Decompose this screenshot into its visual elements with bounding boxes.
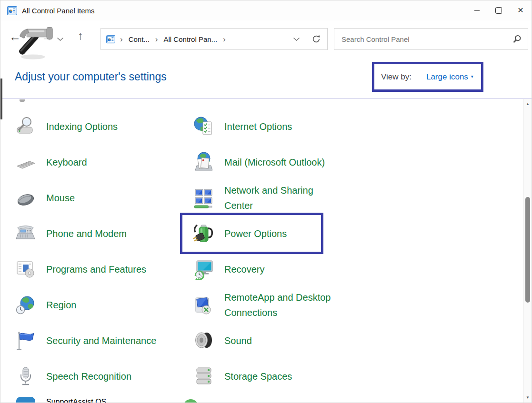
item-label: Keyboard [46, 155, 87, 170]
item-label: Region [46, 297, 76, 313]
scroll-down-button[interactable]: ▼ [524, 395, 532, 400]
item-security-and-maintenance[interactable]: Security and Maintenance [14, 323, 181, 358]
item-storage-spaces[interactable]: Storage Spaces [192, 358, 335, 394]
page-title: Adjust your computer's settings [15, 70, 167, 83]
item-label: Indexing Options [46, 119, 118, 134]
item-mail[interactable]: Mail (Microsoft Outlook) [192, 144, 335, 180]
forward-button[interactable]: → [41, 30, 53, 44]
maximize-icon [495, 7, 502, 14]
power-options-icon [192, 222, 216, 245]
chevron-down-icon [293, 37, 300, 41]
item-sound[interactable]: Sound [192, 323, 335, 358]
scroll-down-icon: ▼ [526, 395, 530, 400]
search-input[interactable] [341, 35, 512, 44]
close-button[interactable]: ✕ [510, 0, 532, 20]
refresh-button[interactable] [311, 34, 321, 44]
window-title: All Control Panel Items [22, 7, 95, 15]
breadcrumb-control-panel[interactable]: Cont... [128, 34, 151, 44]
recent-pages-button[interactable] [57, 36, 64, 43]
breadcrumb-separator-icon: › [223, 35, 226, 43]
item-label: Power Options [224, 226, 287, 241]
item-label: Security and Maintenance [46, 333, 156, 348]
item-label: Network and Sharing Center [224, 183, 335, 213]
item-power-options[interactable]: Power Options [192, 216, 335, 251]
search-box [334, 28, 528, 50]
item-label: Storage Spaces [224, 369, 292, 384]
up-button[interactable]: ↑ [78, 29, 83, 42]
item-label: Phone and Modem [46, 226, 127, 241]
item-phone-and-modem[interactable]: Phone and Modem [14, 216, 181, 251]
item-label: RemoteApp and Desktop Connections [224, 290, 335, 320]
security-and-maintenance-icon [14, 329, 38, 352]
item-internet-options[interactable]: Internet Options [192, 108, 335, 144]
item-mouse[interactable]: Mouse [14, 180, 181, 216]
address-bar[interactable]: › Cont... › All Control Pan... › [100, 28, 328, 50]
item-label: Mouse [46, 190, 75, 206]
control-panel-items-list: Indexing Options Keyboard [0, 99, 523, 403]
item-network-and-sharing-center[interactable]: Network and Sharing Center [192, 180, 335, 216]
view-by-label: View by: [381, 72, 412, 82]
supportassist-icon [14, 397, 38, 403]
item-label: Mail (Microsoft Outlook) [224, 155, 325, 170]
item-supportassist-os[interactable]: SupportAssist OS [14, 397, 106, 403]
item-label: Recovery [224, 262, 264, 277]
window-controls: ✕ [466, 0, 532, 20]
item-keyboard[interactable]: Keyboard [14, 144, 181, 180]
speech-recognition-icon [14, 365, 38, 388]
storage-spaces-icon [192, 365, 216, 388]
scroll-up-icon: ▲ [526, 102, 530, 106]
search-icon [512, 34, 522, 44]
view-by-dropdown[interactable]: Large icons ▾ [423, 72, 476, 82]
control-panel-icon [106, 35, 115, 44]
clipped-green-circle-icon [183, 399, 198, 403]
search-submit-button[interactable] [512, 34, 522, 44]
up-icon: ↑ [78, 29, 83, 42]
item-label: SupportAssist OS [46, 398, 106, 403]
remoteapp-icon [192, 294, 216, 316]
title-bar: All Control Panel Items ✕ [0, 0, 532, 20]
forward-icon: → [41, 30, 53, 43]
region-icon [14, 294, 38, 316]
mail-icon [192, 151, 216, 174]
sound-icon [192, 329, 216, 352]
item-remoteapp-and-desktop-connections[interactable]: RemoteApp and Desktop Connections [192, 287, 335, 323]
mouse-icon [14, 187, 38, 209]
chevron-down-icon [57, 37, 64, 41]
control-panel-icon [7, 6, 17, 16]
item-label: Sound [224, 333, 252, 348]
scrollbar-thumb[interactable] [525, 197, 530, 303]
item-region[interactable]: Region [14, 287, 181, 323]
scroll-up-button[interactable]: ▲ [524, 102, 532, 106]
item-label: Speech Recognition [46, 369, 131, 384]
address-dropdown-button[interactable] [293, 36, 300, 43]
recovery-icon [192, 258, 216, 281]
programs-and-features-icon [14, 258, 38, 281]
items-column-left: Indexing Options Keyboard [14, 108, 181, 394]
maximize-button[interactable] [488, 0, 510, 20]
minimize-button[interactable] [466, 0, 488, 20]
caret-down-icon: ▾ [471, 74, 473, 79]
view-by-value: Large icons [426, 72, 468, 82]
internet-options-icon [192, 115, 216, 138]
view-by-control: View by: Large icons ▾ [381, 64, 476, 89]
refresh-icon [311, 34, 321, 44]
indexing-options-icon [14, 115, 38, 138]
back-button[interactable]: ← [9, 30, 21, 44]
item-indexing-options[interactable]: Indexing Options [14, 108, 181, 144]
control-panel-window: All Control Panel Items ✕ ← → ↑ [0, 0, 532, 403]
breadcrumb-separator-icon: › [120, 35, 123, 43]
phone-and-modem-icon [14, 222, 38, 245]
network-and-sharing-center-icon [192, 187, 216, 209]
vertical-scrollbar[interactable]: ▲ ▼ [523, 99, 532, 403]
breadcrumb-separator-icon: › [155, 35, 158, 43]
item-label: Internet Options [224, 119, 292, 134]
back-icon: ← [9, 30, 21, 43]
breadcrumb-all-control-panel-items[interactable]: All Control Pan... [163, 34, 219, 44]
item-speech-recognition[interactable]: Speech Recognition [14, 358, 181, 394]
keyboard-icon [14, 151, 38, 174]
items-column-right: Internet Options [192, 108, 335, 394]
item-label: Programs and Features [46, 262, 146, 277]
item-recovery[interactable]: Recovery [192, 251, 335, 287]
minimize-icon [474, 10, 480, 11]
item-programs-and-features[interactable]: Programs and Features [14, 251, 181, 287]
